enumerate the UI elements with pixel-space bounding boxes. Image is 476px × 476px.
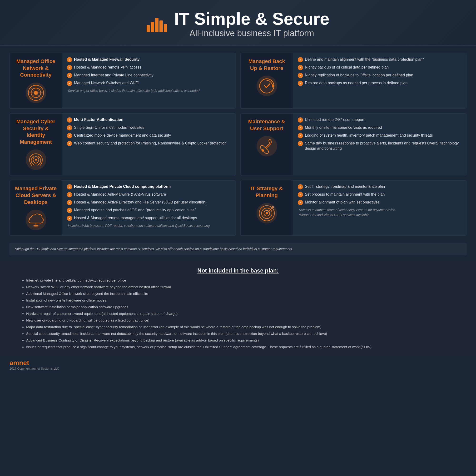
section-left-6: IT Strategy & Planning [241, 180, 293, 235]
section-note: *Access to amnets team of technology exp… [298, 207, 461, 218]
feature-text: Managed Network Switches and Wi-Fi [74, 81, 138, 86]
check-icon [67, 184, 72, 189]
section-maintenance-support: Maintenance & User Support Unlimited rem… [240, 113, 466, 175]
check-icon [67, 117, 72, 122]
svg-point-12 [35, 159, 37, 161]
page-title: IT Simple & Secure [174, 10, 329, 28]
feature-item: Hosted & Managed Anti-Malware & Anti-Vir… [67, 192, 231, 197]
check-icon [67, 65, 72, 70]
check-icon [67, 216, 72, 221]
feature-text: Nightly replication of backups to Offsit… [305, 73, 413, 78]
check-icon [298, 125, 303, 130]
not-included-list: Internet, private line and cellular conn… [19, 277, 457, 350]
list-item: Major data restoration due to "special c… [26, 324, 457, 330]
feature-text: Same day business response to proactive … [305, 141, 461, 151]
feature-text: Set process to maintain alignment with t… [305, 192, 385, 197]
feature-item: Monthly onsite maintenance visits as req… [298, 125, 461, 130]
backup-icon [256, 75, 277, 97]
section-managed-cyber-security: Managed Cyber Security & Identity Manage… [10, 113, 236, 175]
feature-text: Hosted & Managed Anti-Malware & Anti-Vir… [74, 192, 166, 197]
section-left-1: Managed Office Network & Connectivity [10, 53, 62, 108]
list-item: Internet, private line and cellular conn… [26, 277, 457, 283]
feature-text: Managed Internet and Private Line connec… [74, 73, 153, 78]
logo [147, 16, 167, 32]
section-note: Includes: Web browsers, PDF reader, coll… [67, 223, 231, 228]
check-icon [67, 125, 72, 130]
logo-bars [147, 16, 167, 32]
not-included-section: Not included in the base plan: Internet,… [0, 260, 476, 356]
list-item: Hardware repair of customer owned equipm… [26, 311, 457, 317]
feature-item: Centralized mobile device management and… [67, 133, 231, 138]
section-title-6: IT Strategy & Planning [244, 185, 289, 199]
bottom-note-text: *Although the IT Simple and Secure integ… [15, 247, 461, 252]
section-managed-private-cloud: Managed Private Cloud Servers & Desktops… [10, 180, 236, 236]
section-right-3: Multi-Factor Authentication Single Sign-… [62, 114, 235, 175]
check-icon [298, 200, 303, 205]
feature-text: Web content security and protection for … [74, 141, 227, 146]
section-left-5: Managed Private Cloud Servers & Desktops [10, 180, 62, 235]
feature-item: Hosted & Managed remote management/ supp… [67, 215, 231, 221]
section-title-4: Maintenance & User Support [244, 118, 289, 132]
feature-item: Nightly replication of backups to Offsit… [298, 73, 461, 78]
svg-point-14 [262, 149, 264, 152]
feature-item: Multi-Factor Authentication [67, 117, 231, 122]
list-item: Advanced Business Continuity or Disaster… [26, 338, 457, 343]
check-icon [67, 81, 72, 86]
feature-item: Logging of system health, inventory patc… [298, 133, 461, 138]
section-managed-backup: Managed Back Up & Restore Define and mai… [240, 53, 466, 108]
feature-text: Unlimited remote 24/7 user support [305, 117, 364, 122]
feature-text: Nightly back up of all critical data per… [305, 65, 389, 70]
feature-item: Managed updates and patches of OS and "p… [67, 207, 231, 213]
feature-item: Set process to maintain alignment with t… [298, 192, 461, 197]
copyright-text: 2017 Copyright amnet Systems LLC [10, 367, 59, 370]
list-item: Additional Managed Office Network sites … [26, 291, 457, 297]
feature-text: Monthly onsite maintenance visits as req… [305, 125, 382, 130]
bottom-note: *Although the IT Simple and Secure integ… [10, 243, 466, 255]
check-icon [298, 184, 303, 189]
cloud-icon [25, 209, 47, 231]
check-icon [298, 141, 303, 146]
section-left-2: Managed Back Up & Restore [241, 53, 293, 108]
copyright-footer: amnet 2017 Copyright amnet Systems LLC [0, 356, 476, 374]
fingerprint-icon [25, 149, 47, 170]
check-icon [298, 192, 303, 197]
feature-item: Nightly back up of all critical data per… [298, 65, 461, 70]
feature-text: Centralized mobile device management and… [74, 133, 171, 138]
feature-item: Hosted & Managed Private Cloud computing… [67, 184, 231, 189]
section-it-strategy: IT Strategy & Planning Set IT strategy, … [240, 180, 466, 236]
target-icon [256, 203, 277, 224]
feature-item: Set IT strategy, roadmap and maintenance… [298, 184, 461, 189]
feature-text: Set IT strategy, roadmap and maintenance… [305, 184, 385, 189]
feature-item: Same day business response to proactive … [298, 141, 461, 151]
feature-text: Hosted & Managed Active Directory and Fi… [74, 200, 206, 205]
section-managed-office-network: Managed Office Network & Connectivity Ho… [10, 53, 236, 108]
check-icon [67, 208, 72, 213]
feature-text: Managed updates and patches of OS and "p… [74, 207, 196, 213]
feature-text: Multi-Factor Authentication [74, 117, 123, 122]
page-subtitle: All-inclusive business IT platform [174, 28, 329, 38]
main-grid: Managed Office Network & Connectivity Ho… [0, 46, 476, 243]
section-left-3: Managed Cyber Security & Identity Manage… [10, 114, 62, 175]
not-included-title: Not included in the base plan: [19, 267, 457, 274]
list-item: Issues or requests that produce a signif… [26, 344, 457, 350]
section-left-4: Maintenance & User Support [241, 114, 293, 175]
feature-item: Single Sign-On for most modern websites [67, 125, 231, 130]
section-note: Service on per office basis, includes th… [67, 88, 231, 93]
network-icon [25, 82, 47, 103]
wrench-icon [256, 136, 277, 157]
section-right-4: Unlimited remote 24/7 user support Month… [293, 114, 466, 175]
feature-text: Restore data backups as needed per proce… [305, 81, 408, 86]
section-right-1: Hosted & Managed Firewall Security Hoste… [62, 53, 235, 108]
check-icon [298, 73, 303, 78]
feature-text: Define and maintain alignment with the "… [305, 57, 424, 62]
feature-item: Managed Network Switches and Wi-Fi [67, 81, 231, 86]
feature-item: Hosted & Managed Firewall Security [67, 57, 231, 62]
feature-item: Restore data backups as needed per proce… [298, 81, 461, 86]
brand-name: amnet [10, 359, 466, 367]
check-icon [67, 57, 72, 62]
check-icon [67, 192, 72, 197]
feature-item: Define and maintain alignment with the "… [298, 57, 461, 62]
feature-text: Hosted & Managed remote VPN access [74, 65, 141, 70]
check-icon [67, 73, 72, 78]
feature-text: Single Sign-On for most modern websites [74, 125, 144, 130]
